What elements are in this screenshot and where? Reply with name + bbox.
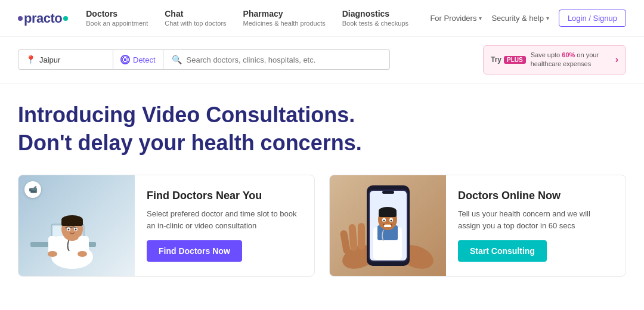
find-doctors-desc: Select prefered doctor and time slot to … bbox=[147, 208, 302, 231]
nav-pharmacy-sub: Medicines & health products bbox=[243, 19, 326, 27]
find-doctors-title: Find Doctors Near You bbox=[147, 190, 302, 202]
detect-button[interactable]: Detect bbox=[113, 49, 163, 70]
location-box: 📍 Jaipur bbox=[18, 49, 113, 70]
nav-items: Doctors Book an appointment Chat Chat wi… bbox=[86, 8, 430, 27]
logo-dot-right bbox=[63, 16, 68, 21]
for-providers-menu[interactable]: For Providers ▾ bbox=[430, 14, 482, 23]
doctors-online-title: Doctors Online Now bbox=[458, 190, 614, 202]
try-label: Try bbox=[491, 55, 501, 64]
svg-point-14 bbox=[48, 251, 57, 257]
find-doctors-content: Find Doctors Near You Select prefered do… bbox=[135, 175, 314, 276]
svg-rect-33 bbox=[384, 225, 391, 227]
try-plus: Try PLUS bbox=[491, 55, 526, 64]
svg-point-15 bbox=[78, 251, 87, 257]
svg-point-10 bbox=[68, 229, 70, 231]
svg-point-31 bbox=[383, 220, 385, 222]
nav-chat-sub: Chat with top doctors bbox=[165, 19, 226, 27]
for-providers-chevron: ▾ bbox=[479, 15, 482, 21]
nav-diagnostics[interactable]: Diagnostics Book tests & checkups bbox=[342, 8, 408, 27]
doctors-online-card: Doctors Online Now Tell us your health c… bbox=[329, 175, 626, 277]
location-pin-icon: 📍 bbox=[26, 55, 36, 64]
doctors-online-desc: Tell us your health concern and we will … bbox=[458, 208, 614, 231]
svg-point-32 bbox=[391, 220, 392, 222]
find-doctors-card: 📹 bbox=[18, 175, 315, 277]
find-doctors-button[interactable]: Find Doctors Now bbox=[147, 240, 242, 262]
nav-pharmacy[interactable]: Pharmacy Medicines & health products bbox=[243, 8, 326, 27]
for-providers-label: For Providers bbox=[430, 14, 476, 23]
doctor2-illustration bbox=[330, 175, 446, 276]
plus-banner[interactable]: Try PLUS Save upto 60% on yourhealthcare… bbox=[483, 45, 626, 75]
doc1-background: 📹 bbox=[18, 175, 135, 276]
start-consulting-button[interactable]: Start Consulting bbox=[458, 240, 547, 262]
logo[interactable]: practo bbox=[18, 11, 68, 26]
nav-diagnostics-sub: Book tests & checkups bbox=[342, 19, 408, 27]
location-text: Jaipur bbox=[39, 55, 106, 64]
plus-description: Save upto 60% on yourhealthcare expenses bbox=[531, 51, 611, 69]
search-input[interactable] bbox=[187, 55, 381, 64]
svg-rect-20 bbox=[358, 223, 365, 250]
hero-section: Introducing Video Consultations. Don't d… bbox=[0, 83, 644, 289]
search-box: 🔍 bbox=[163, 49, 390, 70]
svg-rect-34 bbox=[382, 191, 394, 194]
security-help-chevron: ▾ bbox=[546, 15, 549, 21]
find-doctors-image: 📹 bbox=[18, 175, 135, 276]
detect-label: Detect bbox=[133, 55, 156, 64]
nav-doctors-sub: Book an appointment bbox=[86, 19, 148, 27]
detect-location-icon bbox=[120, 55, 130, 64]
search-icon: 🔍 bbox=[172, 55, 182, 64]
header: practo Doctors Book an appointment Chat … bbox=[0, 0, 644, 37]
nav-doctors-main: Doctors bbox=[86, 8, 148, 19]
logo-dot-left bbox=[18, 16, 23, 21]
svg-point-11 bbox=[75, 229, 77, 231]
nav-pharmacy-main: Pharmacy bbox=[243, 8, 326, 19]
doctors-online-content: Doctors Online Now Tell us your health c… bbox=[446, 175, 626, 276]
hero-title-line2: Don't delay your health concerns. bbox=[18, 129, 626, 157]
login-button[interactable]: Login / Signup bbox=[559, 10, 626, 27]
plus-arrow-icon: › bbox=[615, 54, 618, 65]
hero-title: Introducing Video Consultations. Don't d… bbox=[18, 101, 626, 157]
svg-rect-28 bbox=[379, 211, 397, 217]
header-right: For Providers ▾ Security & help ▾ Login … bbox=[430, 10, 626, 27]
plus-badge: PLUS bbox=[504, 56, 526, 64]
nav-diagnostics-main: Diagnostics bbox=[342, 8, 408, 19]
svg-rect-7 bbox=[61, 220, 83, 226]
search-section: 📍 Jaipur Detect 🔍 Try PLUS Save upto 60%… bbox=[0, 37, 644, 83]
doc2-background bbox=[330, 175, 446, 276]
cards-container: 📹 bbox=[18, 175, 626, 277]
video-icon: 📹 bbox=[29, 185, 38, 194]
nav-chat[interactable]: Chat Chat with top doctors bbox=[165, 8, 226, 27]
nav-chat-main: Chat bbox=[165, 8, 226, 19]
logo-text: practo bbox=[24, 11, 62, 26]
hero-title-line1: Introducing Video Consultations. bbox=[18, 101, 626, 129]
doctors-online-image bbox=[330, 175, 446, 276]
nav-doctors[interactable]: Doctors Book an appointment bbox=[86, 8, 148, 27]
security-help-label: Security & help bbox=[491, 14, 543, 23]
security-help-menu[interactable]: Security & help ▾ bbox=[491, 14, 549, 23]
